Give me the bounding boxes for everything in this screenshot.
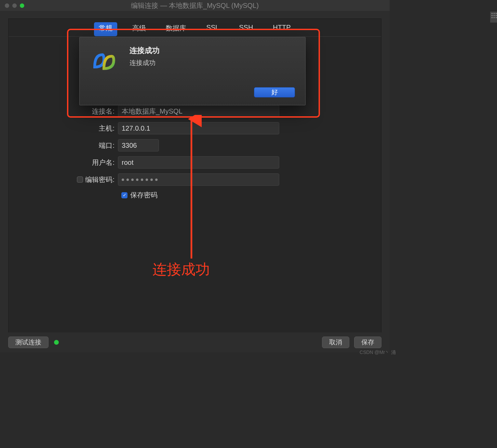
password-dot-icon [126, 179, 129, 181]
titlebar: 编辑连接 — 本地数据库_MySQL (MySQL) [0, 0, 390, 11]
conn-name-field[interactable] [118, 105, 279, 117]
tab-advanced[interactable]: 高级 [127, 22, 151, 36]
password-dot-icon [122, 179, 124, 181]
tab-database[interactable]: 数据库 [161, 22, 191, 36]
password-dot-icon [136, 179, 138, 181]
cancel-button[interactable]: 取消 [322, 337, 349, 348]
user-field[interactable] [118, 156, 279, 169]
row-port: 端口: [9, 139, 381, 151]
save-button[interactable]: 保存 [354, 337, 381, 348]
row-save-password: 保存密码 [121, 190, 381, 200]
password-dot-icon [150, 179, 153, 181]
window-title: 编辑连接 — 本地数据库_MySQL (MySQL) [0, 1, 390, 10]
save-password-checkbox[interactable] [121, 192, 127, 198]
watermark-text: CSDN @Mr丶 涌 [360, 350, 396, 356]
tab-ssl[interactable]: SSL [201, 22, 224, 36]
tab-general[interactable]: 常规 [94, 22, 117, 36]
tab-http[interactable]: HTTP [268, 22, 295, 36]
zoom-window-button[interactable] [20, 3, 24, 8]
host-label: 主机: [9, 124, 118, 133]
save-password-label: 保存密码 [130, 190, 158, 200]
password-dot-icon [131, 179, 134, 181]
edit-password-label-group: 编辑密码: [9, 175, 118, 184]
conn-name-label: 连接名: [9, 107, 118, 116]
tab-bar: 常规 高级 数据库 SSL SSH HTTP [9, 19, 381, 37]
dialog-message: 连接成功 [130, 58, 296, 67]
dialog-ok-button[interactable]: 好 [254, 87, 295, 97]
row-user: 用户名: [9, 156, 381, 169]
success-dialog: 连接成功 连接成功 好 [79, 37, 306, 105]
close-window-button[interactable] [5, 3, 9, 8]
minimize-window-button[interactable] [12, 3, 17, 8]
host-field[interactable] [118, 122, 279, 134]
traffic-lights [5, 3, 24, 8]
side-drag-handle-icon[interactable] [490, 12, 497, 23]
dialog-text: 连接成功 连接成功 [130, 45, 296, 76]
dialog-title: 连接成功 [130, 45, 296, 56]
password-dot-icon [146, 179, 148, 181]
row-password: 编辑密码: [9, 173, 381, 186]
password-dot-icon [155, 179, 158, 181]
navicat-logo-icon [89, 45, 119, 76]
edit-password-checkbox[interactable] [77, 176, 83, 183]
row-connection-name: 连接名: [9, 105, 381, 117]
test-connection-button[interactable]: 测试连接 [8, 337, 49, 348]
connection-editor-window: 编辑连接 — 本地数据库_MySQL (MySQL) 常规 高级 数据库 SSL… [0, 0, 390, 352]
row-host: 主机: [9, 122, 381, 134]
password-dot-icon [141, 179, 143, 181]
edit-password-label: 编辑密码: [85, 175, 115, 184]
dialog-body: 连接成功 连接成功 [80, 37, 305, 76]
password-field[interactable] [118, 173, 279, 186]
connection-status-indicator-icon [54, 340, 59, 345]
tab-ssh[interactable]: SSH [234, 22, 258, 36]
footer-bar: 测试连接 取消 保存 [0, 332, 390, 352]
port-field[interactable] [118, 139, 159, 151]
user-label: 用户名: [9, 158, 118, 167]
port-label: 端口: [9, 141, 118, 150]
